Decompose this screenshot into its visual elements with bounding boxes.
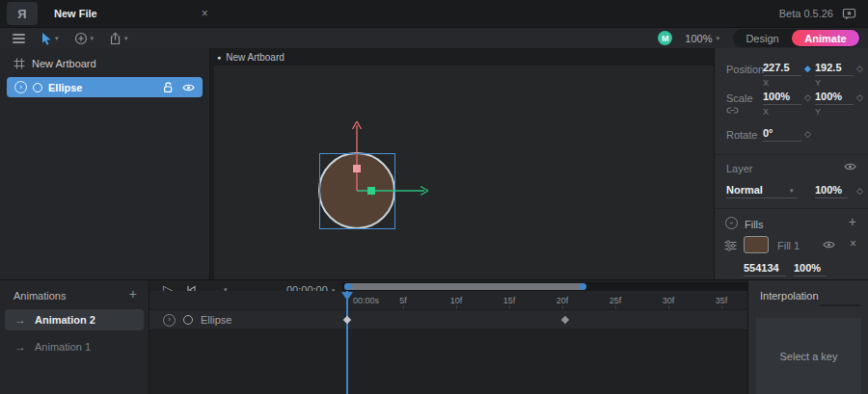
rive-logo[interactable]: R — [7, 2, 38, 25]
layer-opacity-field[interactable]: 100% — [815, 184, 848, 198]
remove-fill-icon[interactable]: × — [850, 237, 856, 250]
ruler-tick-label: 00:00s — [353, 296, 379, 305]
timeline-range-track[interactable] — [342, 282, 747, 291]
ruler-tick-label: 35f — [716, 296, 728, 305]
close-icon[interactable]: × — [202, 7, 208, 20]
position-label: Position — [726, 64, 764, 75]
fill-eye-icon[interactable] — [823, 240, 835, 250]
interpolation-empty-message: Select a key — [780, 351, 838, 362]
create-tool-button[interactable]: ▾ — [74, 32, 95, 45]
menu-icon[interactable] — [13, 34, 25, 43]
position-y-axis-label: Y — [815, 78, 821, 88]
fill-options-sliders-icon[interactable] — [724, 240, 737, 251]
export-icon — [109, 32, 122, 45]
rotate-label: Rotate — [726, 129, 757, 141]
add-fill-icon[interactable]: + — [849, 215, 856, 228]
expand-chevron-icon[interactable]: › — [163, 314, 176, 327]
timeline-row-ellipse[interactable]: › Ellipse — [149, 310, 747, 330]
animation-item-label: Animation 1 — [35, 341, 91, 353]
gizmo-x-handle[interactable] — [367, 187, 375, 195]
chevron-down-icon[interactable]: ▾ — [790, 187, 794, 195]
position-y-field[interactable]: 192.5 — [815, 62, 854, 76]
scale-label: Scale — [726, 92, 753, 104]
playhead-line[interactable] — [346, 291, 348, 394]
position-x-field[interactable]: 227.5 — [763, 62, 801, 76]
layer-label: Layer — [726, 163, 753, 174]
hierarchy-item-ellipse[interactable]: › Ellipse — [7, 77, 203, 97]
range-start-handle[interactable] — [344, 283, 351, 290]
scale-x-field[interactable]: 100% — [763, 91, 801, 105]
hierarchy-panel: New Artboard › Ellipse — [0, 48, 210, 279]
toolbar-right: M 100% ▾ Design Animate — [658, 29, 868, 47]
interpolation-empty-box: Select a key — [756, 310, 861, 394]
scale-link-icon[interactable] — [726, 106, 739, 115]
timeline-panel: ▷ → ▾ 00:00:00 ▾ 00:00s 5f 10f — [149, 279, 747, 394]
rive-logo-glyph: R — [17, 7, 26, 21]
animation-item-2[interactable]: → Animation 2 — [5, 309, 144, 330]
ruler-tick-label: 10f — [450, 296, 463, 305]
playhead-handle[interactable] — [341, 292, 353, 301]
artboard-item-label: New Artboard — [32, 58, 96, 69]
mode-toggle: Design Animate — [733, 29, 860, 47]
design-mode-button[interactable]: Design — [733, 33, 792, 44]
timeline-ruler[interactable]: 00:00s 5f 10f 15f 20f 25f 30f 35f — [149, 291, 747, 310]
rotate-field[interactable]: 0° — [763, 127, 801, 142]
fill-opacity-field[interactable]: 100% — [794, 262, 827, 276]
visibility-eye-icon[interactable] — [182, 83, 195, 92]
zoom-level-control[interactable]: 100% ▾ — [685, 33, 719, 44]
animations-panel: Animations + → Animation 2 → Animation 1 — [0, 279, 149, 394]
file-tab[interactable]: New File × — [54, 0, 208, 27]
scale-y-keyframe-icon[interactable]: ◇ — [856, 92, 863, 102]
export-tool-button[interactable]: ▾ — [109, 32, 128, 45]
chevron-down-icon: ▾ — [716, 35, 719, 41]
fill-hex-field[interactable]: 554134 — [744, 262, 786, 276]
timeline-range-bar[interactable] — [344, 283, 585, 290]
scale-y-field[interactable]: 100% — [815, 91, 854, 105]
fills-expand-icon[interactable]: › — [725, 217, 738, 229]
expand-chevron-icon[interactable]: › — [14, 81, 27, 93]
scale-y-axis-label: Y — [815, 107, 821, 117]
beta-version-label: Beta 0.5.26 — [779, 8, 833, 19]
chevron-down-icon[interactable]: ▾ — [55, 35, 59, 41]
animation-item-1[interactable]: → Animation 1 — [5, 336, 144, 357]
fill-name-label: Fill 1 — [777, 240, 800, 251]
hierarchy-item-artboard[interactable]: New Artboard — [0, 56, 209, 71]
chevron-down-icon[interactable]: ▾ — [91, 35, 95, 41]
canvas-stage[interactable]: ● New Artboard — [210, 48, 714, 279]
user-avatar[interactable]: M — [658, 31, 672, 45]
ellipse-item-label: Ellipse — [48, 82, 82, 93]
lock-icon[interactable] — [163, 82, 174, 93]
tab-title: New File — [54, 8, 97, 19]
position-y-keyframe-icon[interactable]: ◇ — [856, 64, 863, 73]
select-tool-button[interactable]: ▾ — [41, 32, 59, 45]
titlebar: R New File × Beta 0.5.26 — [0, 0, 868, 27]
animations-header: Animations — [14, 290, 66, 302]
animation-arrow-icon: → — [14, 340, 26, 354]
animation-arrow-icon: → — [14, 313, 26, 327]
stage-overlay — [210, 48, 714, 279]
layer-opacity-keyframe-icon[interactable]: ◇ — [856, 186, 863, 196]
animate-mode-button[interactable]: Animate — [792, 30, 859, 46]
gizmo-y-handle[interactable] — [353, 165, 361, 172]
add-animation-icon[interactable]: + — [129, 287, 137, 301]
scale-x-axis-label: X — [763, 107, 769, 117]
chevron-down-icon[interactable]: ▾ — [124, 35, 128, 41]
position-x-keyframe-icon[interactable]: ◆ — [804, 64, 811, 73]
animation-item-label: Animation 2 — [35, 314, 95, 326]
rotate-keyframe-icon[interactable]: ◇ — [804, 129, 811, 139]
inspector-panel: Position 227.5 ◆ 192.5 ◇ X Y Scale 100% … — [714, 48, 868, 279]
titlebar-right: Beta 0.5.26 — [779, 8, 868, 20]
blend-mode-dropdown[interactable]: Normal — [726, 184, 798, 198]
fill-color-swatch[interactable] — [744, 236, 769, 253]
feedback-icon[interactable] — [842, 8, 856, 20]
ellipse-shape-icon — [183, 315, 193, 325]
ellipse-shape-icon — [33, 83, 42, 92]
scrollbar-thumb[interactable] — [820, 304, 860, 306]
scale-x-keyframe-icon[interactable]: ◇ — [804, 92, 811, 102]
ruler-tick-label: 20f — [556, 296, 569, 305]
range-end-handle[interactable] — [580, 283, 586, 290]
fills-label: Fills — [745, 219, 764, 230]
ruler-tick-label: 25f — [610, 296, 622, 305]
rive-editor-app: R New File × Beta 0.5.26 — [0, 0, 868, 394]
layer-eye-icon[interactable] — [844, 162, 856, 171]
